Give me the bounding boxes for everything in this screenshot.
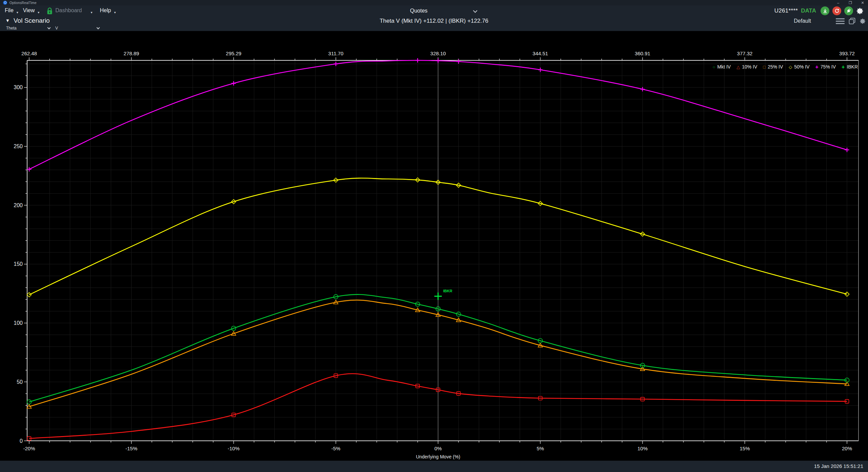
y-axis-label: 200 bbox=[14, 202, 23, 208]
y-axis-label: 300 bbox=[14, 84, 23, 90]
legend-label: 10% IV bbox=[742, 64, 757, 70]
maximize-button[interactable]: ❐ bbox=[848, 0, 853, 5]
legend-item-10-iv[interactable]: △10% IV bbox=[736, 64, 757, 70]
legend-marker-icon: △ bbox=[736, 65, 740, 69]
bottom-axis-label: 10% bbox=[637, 446, 648, 451]
minimize-button[interactable]: – bbox=[835, 0, 841, 5]
chevron-down-icon bbox=[97, 26, 100, 29]
duplicate-panel-icon[interactable] bbox=[849, 18, 855, 24]
menu-dashboard-label: Dashboard bbox=[55, 7, 82, 14]
menu-file-label: File bbox=[5, 7, 14, 14]
chart-canvas[interactable]: 262.48278.89295.29311.70328.10344.51360.… bbox=[0, 32, 868, 460]
metric-dropdown[interactable]: V bbox=[55, 25, 99, 31]
chevron-down-icon: ▾ bbox=[91, 11, 93, 14]
legend-marker-icon: □ bbox=[763, 65, 766, 69]
legend-marker-icon: ◇ bbox=[789, 65, 792, 69]
bottom-axis-label: -15% bbox=[125, 446, 137, 451]
quotes-dropdown-value: Quotes bbox=[359, 8, 478, 14]
y-axis-label: 250 bbox=[14, 143, 23, 149]
close-button[interactable]: ✕ bbox=[860, 0, 865, 5]
legend-label: Mkt IV bbox=[717, 64, 731, 70]
top-axis-label: 377.32 bbox=[737, 51, 753, 56]
download-button[interactable] bbox=[821, 6, 829, 15]
y-axis-label: 100 bbox=[14, 320, 23, 326]
legend-marker-icon: ○ bbox=[713, 65, 715, 69]
menu-hamburger-icon[interactable] bbox=[836, 18, 845, 24]
metric-dropdown-value: V bbox=[55, 26, 58, 31]
legend-label: 50% IV bbox=[794, 64, 809, 70]
greek-dropdown-value: Theta bbox=[6, 26, 17, 31]
chart-title: Theta V (Mkt IV) +112.02 | (IBKR) +122.7… bbox=[380, 18, 489, 24]
legend-marker-icon: + bbox=[842, 65, 845, 69]
collapse-panel-icon[interactable]: ▼ bbox=[5, 18, 10, 23]
legend-label: 25% IV bbox=[768, 64, 783, 70]
account-area: U261**** DATA bbox=[774, 5, 864, 16]
menu-view[interactable]: View ▾ bbox=[23, 7, 39, 14]
panel-title: Vol Scenario bbox=[14, 17, 50, 24]
bottom-axis-label: 0% bbox=[434, 446, 442, 451]
account-id: U261**** bbox=[774, 7, 798, 14]
data-status-badge: DATA bbox=[801, 7, 816, 14]
refresh-button[interactable] bbox=[832, 6, 841, 15]
chevron-down-icon: ▾ bbox=[38, 11, 39, 14]
status-timestamp: 15 Jan 2026 15:51:21 bbox=[814, 463, 863, 469]
window-title: OptionsRealTime bbox=[9, 1, 37, 5]
legend-marker-icon: + bbox=[815, 65, 818, 69]
bottom-axis-label: 15% bbox=[739, 446, 750, 451]
bottom-axis-label: 20% bbox=[842, 446, 852, 451]
legend-item-ibkr[interactable]: +IBKR bbox=[842, 64, 858, 70]
chevron-down-icon bbox=[47, 26, 51, 29]
panel-settings-gear-icon[interactable] bbox=[860, 18, 866, 24]
y-axis-label: 0 bbox=[20, 438, 23, 444]
bottom-axis-label: -10% bbox=[228, 446, 239, 451]
top-axis-label: 328.10 bbox=[430, 51, 446, 56]
app-logo-icon bbox=[3, 1, 7, 5]
window-titlebar: OptionsRealTime – ❐ ✕ bbox=[0, 0, 868, 5]
selector-row: Theta V bbox=[0, 25, 868, 31]
top-axis-label: 295.29 bbox=[226, 51, 241, 56]
bottom-axis-label: 5% bbox=[537, 446, 544, 451]
top-axis-label: 393.72 bbox=[839, 51, 855, 56]
top-axis-label: 262.48 bbox=[21, 51, 37, 56]
connection-plug-button[interactable] bbox=[844, 6, 853, 15]
legend-item-mkt-iv[interactable]: ○Mkt IV bbox=[713, 64, 731, 70]
legend-item-75-iv[interactable]: +75% IV bbox=[815, 64, 835, 70]
preset-selector[interactable]: Default bbox=[794, 18, 811, 24]
axis-ticks bbox=[24, 57, 847, 444]
menu-help-label: Help bbox=[100, 7, 111, 14]
chevron-down-icon: ▾ bbox=[114, 11, 116, 14]
legend-item-50-iv[interactable]: ◇50% IV bbox=[789, 64, 809, 70]
ibkr-point-label: IBKR bbox=[443, 289, 452, 293]
menu-dashboard[interactable]: Dashboard ▾ bbox=[55, 7, 92, 14]
bottom-axis-label: -5% bbox=[331, 446, 340, 451]
menu-view-label: View bbox=[23, 7, 35, 14]
x-axis-title: Underlying Move (%) bbox=[416, 454, 460, 459]
top-axis-label: 344.51 bbox=[533, 51, 548, 56]
status-bar: 15 Jan 2026 15:51:21 bbox=[0, 460, 868, 472]
ibkr-point-marker: IBKR bbox=[434, 289, 452, 300]
legend-label: IBKR bbox=[847, 64, 858, 70]
greek-dropdown[interactable]: Theta bbox=[6, 25, 50, 31]
y-axis-label: 50 bbox=[17, 379, 23, 385]
menu-file[interactable]: File ▾ bbox=[5, 7, 18, 14]
quotes-dropdown[interactable]: Quotes bbox=[359, 5, 478, 16]
settings-gear-icon[interactable] bbox=[856, 7, 864, 15]
vol-scenario-chart[interactable]: 262.48278.89295.29311.70328.10344.51360.… bbox=[0, 32, 868, 460]
chevron-down-icon: ▾ bbox=[17, 11, 18, 14]
lock-icon bbox=[47, 7, 53, 15]
chart-legend: ○Mkt IV△10% IV□25% IV◇50% IV+75% IV+IBKR bbox=[713, 64, 858, 70]
bottom-axis-label: -20% bbox=[23, 446, 35, 451]
legend-item-25-iv[interactable]: □25% IV bbox=[763, 64, 783, 70]
legend-label: 75% IV bbox=[821, 64, 836, 70]
menu-help[interactable]: Help ▾ bbox=[100, 7, 116, 14]
top-axis-label: 278.89 bbox=[124, 51, 139, 56]
y-axis-label: 150 bbox=[14, 261, 23, 267]
panel-header: ▼ Vol Scenario Theta V (Mkt IV) +112.02 … bbox=[0, 16, 868, 25]
top-axis-label: 360.91 bbox=[635, 51, 650, 56]
top-axis-label: 311.70 bbox=[328, 51, 343, 56]
